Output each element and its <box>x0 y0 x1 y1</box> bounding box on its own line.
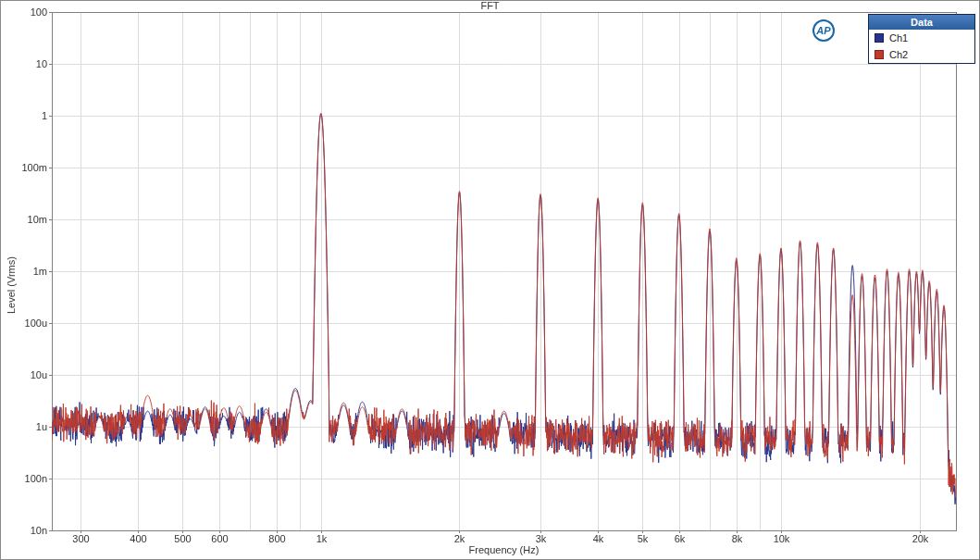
legend-header: Data <box>869 15 974 30</box>
y-axis-label: Level (Vrms) <box>6 256 17 314</box>
fft-plot-window: FFT Level (Vrms) Frequency (Hz) AP Data … <box>0 0 980 560</box>
legend-items: Ch1Ch2 <box>869 30 974 63</box>
legend-item-ch1[interactable]: Ch1 <box>869 30 974 46</box>
legend-swatch <box>875 33 884 43</box>
legend-item-ch2[interactable]: Ch2 <box>869 46 974 63</box>
legend-swatch <box>875 50 884 59</box>
x-axis-label: Frequency (Hz) <box>52 544 956 555</box>
legend: Data Ch1Ch2 <box>868 14 975 64</box>
chart-title: FFT <box>1 0 979 11</box>
plot-canvas <box>1 1 980 560</box>
legend-item-label: Ch1 <box>889 32 908 44</box>
ap-logo-icon: AP <box>812 19 836 43</box>
legend-item-label: Ch2 <box>889 49 908 60</box>
ap-logo-text: AP <box>815 25 831 36</box>
